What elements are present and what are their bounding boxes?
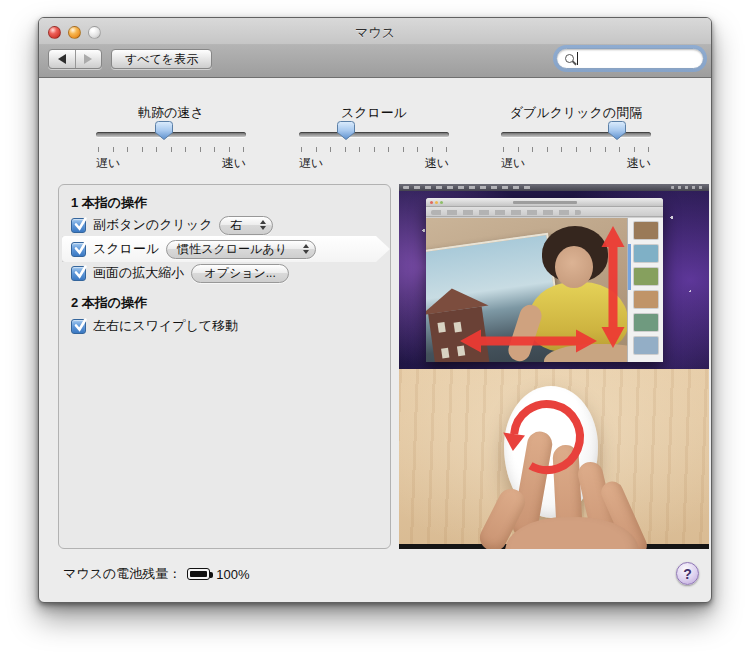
checkmark-icon (72, 316, 89, 334)
checkmark-icon (72, 263, 89, 281)
scroll-popup-value: 慣性スクロールあり (177, 241, 287, 258)
navigation-segmented-control (48, 49, 102, 69)
scrolling-speed-slider-ticks (301, 147, 447, 152)
gesture-options-panel: 1 本指の操作 副ボタンのクリック 右 スクロール 慣性スクロールあり (58, 184, 391, 549)
battery-status: マウスの電池残量： 100% (63, 565, 249, 583)
secondary-click-popup-value: 右 (230, 217, 242, 234)
tracking-speed-slider-ticks (98, 147, 244, 152)
scrolling-speed-title: スクロール (299, 104, 449, 121)
secondary-click-popup[interactable]: 右 (219, 216, 273, 235)
battery-icon (187, 568, 210, 580)
secondary-click-label: 副ボタンのクリック (93, 216, 212, 234)
battery-value: 100% (216, 567, 249, 582)
back-button[interactable] (49, 50, 75, 68)
search-input[interactable] (581, 52, 699, 66)
search-field[interactable] (556, 48, 704, 69)
double-click-slider-track[interactable] (501, 132, 651, 137)
double-click-min-label: 遅い (501, 155, 525, 172)
tracking-speed-max-label: 速い (222, 155, 246, 172)
checkmark-icon (72, 239, 89, 257)
popup-arrows-icon (260, 220, 266, 230)
battery-label: マウスの電池残量： (63, 565, 181, 583)
mouse-gesture-video (399, 369, 709, 549)
show-all-button[interactable]: すべてを表示 (111, 49, 212, 69)
forward-button[interactable] (75, 50, 102, 68)
scroll-direction-arrows-icon (399, 184, 709, 369)
screen-zoom-checkbox[interactable] (71, 266, 86, 281)
scroll-demo-video (399, 184, 709, 369)
scrolling-speed-min-label: 遅い (299, 155, 323, 172)
tracking-speed-slider-thumb[interactable] (154, 121, 173, 141)
search-icon (565, 54, 574, 63)
double-click-slider-ticks (503, 147, 649, 152)
screen-zoom-row[interactable]: 画面の拡大縮小 オプション... (71, 262, 289, 284)
one-finger-section-heading: 1 本指の操作 (71, 194, 147, 212)
scroll-label: スクロール (93, 240, 159, 258)
scroll-popup[interactable]: 慣性スクロールあり (166, 240, 316, 259)
scroll-gesture-row[interactable]: スクロール 慣性スクロールあり (71, 238, 316, 260)
swipe-label: 左右にスワイプして移動 (93, 317, 238, 335)
forward-arrow-icon (84, 54, 92, 64)
double-click-max-label: 速い (627, 155, 651, 172)
text-caret (577, 52, 578, 65)
swipe-checkbox[interactable] (71, 319, 86, 334)
options-button[interactable]: オプション... (191, 264, 288, 283)
title-bar: マウス すべてを表示 (39, 18, 711, 78)
tracking-speed-title: 軌跡の速さ (96, 104, 246, 121)
back-arrow-icon (58, 54, 66, 64)
window-title: マウス (39, 24, 711, 42)
scrolling-speed-slider-track[interactable] (299, 132, 449, 137)
tracking-speed-slider-group: 軌跡の速さ 遅い 速い (96, 104, 246, 173)
screen-zoom-label: 画面の拡大縮小 (93, 264, 184, 282)
double-click-title: ダブルクリックの間隔 (501, 104, 651, 121)
scrolling-speed-max-label: 速い (425, 155, 449, 172)
tracking-speed-min-label: 遅い (96, 155, 120, 172)
scrolling-speed-slider-thumb[interactable] (336, 121, 355, 141)
double-click-slider-group: ダブルクリックの間隔 遅い 速い (501, 104, 651, 173)
rotate-gesture-arrow-icon (497, 391, 597, 501)
popup-arrows-icon (303, 244, 309, 254)
gesture-demo-video-pane (399, 184, 709, 549)
swipe-navigate-row[interactable]: 左右にスワイプして移動 (71, 315, 238, 337)
secondary-click-row[interactable]: 副ボタンのクリック 右 (71, 214, 273, 236)
help-button[interactable]: ? (676, 562, 699, 585)
mouse-preferences-window: マウス すべてを表示 軌跡の速さ 遅い 速い スクロール (38, 17, 712, 603)
scrolling-speed-slider-group: スクロール 遅い 速い (299, 104, 449, 173)
checkmark-icon (72, 215, 89, 233)
secondary-click-checkbox[interactable] (71, 218, 86, 233)
double-click-slider-thumb[interactable] (607, 121, 626, 141)
two-finger-section-heading: 2 本指の操作 (71, 294, 147, 312)
scroll-checkbox[interactable] (71, 242, 86, 257)
